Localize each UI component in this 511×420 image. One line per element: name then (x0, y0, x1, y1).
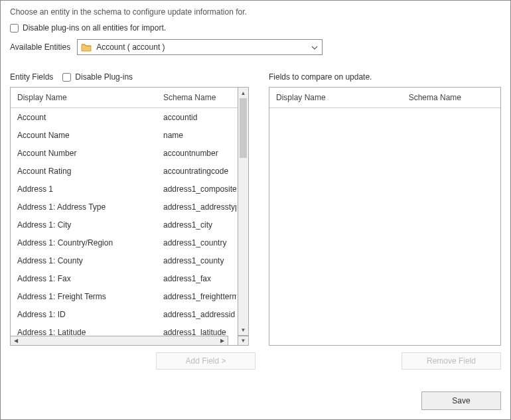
scroll-down-icon[interactable]: ▼ (238, 324, 248, 335)
cell-schema-name: accountnumber (157, 149, 236, 158)
cell-schema-name: address1_fax (157, 274, 236, 283)
disable-all-plugins-row[interactable]: Disable plug-ins on all entities for imp… (10, 23, 501, 33)
folder-icon (80, 42, 92, 52)
instruction-text: Choose an entity in the schema to config… (10, 7, 501, 17)
chevron-down-icon (307, 42, 322, 52)
available-entities-label: Available Entities (10, 42, 70, 52)
cell-schema-name: accountid (157, 113, 236, 122)
table-row[interactable]: Account Namename (11, 126, 238, 144)
cell-schema-name: address1_county (157, 256, 236, 265)
table-row[interactable]: Accountaccountid (11, 108, 238, 126)
cell-schema-name: address1_country (157, 238, 236, 247)
cell-schema-name: name (157, 131, 236, 140)
right-col-schema-name[interactable]: Schema Name (402, 88, 500, 107)
cell-display-name: Address 1: ID (11, 310, 157, 319)
table-row[interactable]: Account Ratingaccountratingcode (11, 162, 238, 180)
disable-all-plugins-checkbox[interactable] (10, 24, 19, 33)
cell-display-name: Account Name (11, 131, 157, 140)
cell-display-name: Address 1: County (11, 256, 157, 265)
table-row[interactable]: Address 1: Faxaddress1_fax (11, 269, 238, 287)
cell-schema-name: address1_addresstypecode (157, 202, 236, 212)
table-row[interactable]: Address 1: Countyaddress1_county (11, 251, 238, 269)
left-col-schema-name[interactable]: Schema Name (157, 88, 236, 107)
cell-display-name: Account Number (11, 149, 157, 158)
cell-schema-name: address1_city (157, 220, 236, 230)
available-entities-dropdown[interactable]: Account ( account ) (77, 39, 323, 55)
scroll-corner-down-icon[interactable]: ▼ (238, 336, 249, 346)
remove-field-button[interactable]: Remove Field (402, 352, 501, 370)
table-row[interactable]: Address 1: Country/Regionaddress1_countr… (11, 234, 238, 251)
table-row[interactable]: Address 1: IDaddress1_addressid (11, 305, 238, 323)
cell-display-name: Address 1: Country/Region (11, 238, 157, 247)
disable-plugins-label: Disable Plug-ins (75, 72, 133, 82)
scroll-right-icon[interactable]: ▶ (217, 336, 228, 345)
cell-schema-name: address1_addressid (157, 310, 236, 319)
table-row[interactable]: Address 1: Address Typeaddress1_addresst… (11, 198, 238, 216)
available-entities-selected: Account ( account ) (96, 42, 307, 52)
horizontal-scrollbar[interactable]: ◀ ▶ (10, 336, 228, 346)
right-col-display-name[interactable]: Display Name (269, 88, 402, 107)
left-col-display-name[interactable]: Display Name (11, 88, 157, 107)
cell-schema-name: accountratingcode (157, 167, 236, 176)
table-row[interactable]: Address 1address1_composite (11, 180, 238, 198)
entity-fields-title: Entity Fields (10, 72, 53, 82)
cell-display-name: Address 1: Freight Terms (11, 292, 157, 301)
scroll-thumb[interactable] (240, 98, 247, 158)
entity-fields-grid[interactable]: Display Name Schema Name Accountaccounti… (10, 87, 249, 346)
compare-fields-title: Fields to compare on update. (269, 72, 372, 82)
disable-all-plugins-label: Disable plug-ins on all entities for imp… (23, 23, 166, 33)
cell-display-name: Address 1: City (11, 220, 157, 230)
cell-display-name: Account (11, 113, 157, 122)
cell-display-name: Address 1: Address Type (11, 202, 157, 212)
table-row[interactable]: Address 1: Freight Termsaddress1_freight… (11, 287, 238, 305)
save-button[interactable]: Save (421, 391, 501, 410)
vertical-scrollbar[interactable]: ▲ ▼ (238, 87, 249, 336)
table-row[interactable]: Account Numberaccountnumber (11, 144, 238, 162)
disable-plugins-checkbox[interactable] (62, 73, 71, 82)
table-row[interactable]: Address 1: Latitudeaddress1_latitude (11, 323, 238, 336)
cell-schema-name: address1_latitude (157, 328, 236, 336)
scroll-up-icon[interactable]: ▲ (238, 88, 248, 98)
cell-schema-name: address1_freighttermscode (157, 292, 236, 301)
cell-schema-name: address1_composite (157, 184, 236, 194)
cell-display-name: Address 1: Latitude (11, 328, 157, 336)
table-row[interactable]: Address 1: Cityaddress1_city (11, 216, 238, 234)
cell-display-name: Address 1 (11, 184, 157, 194)
add-field-button[interactable]: Add Field > (156, 352, 256, 370)
scroll-left-icon[interactable]: ◀ (11, 336, 21, 345)
compare-fields-grid[interactable]: Display Name Schema Name (269, 87, 501, 346)
cell-display-name: Account Rating (11, 167, 157, 176)
cell-display-name: Address 1: Fax (11, 274, 157, 283)
